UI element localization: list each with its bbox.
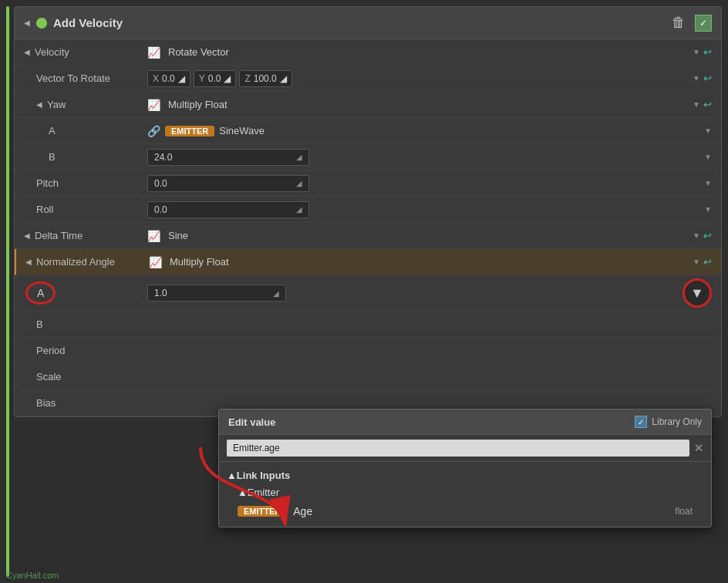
normalized-angle-label: ◀ Normalized Angle <box>25 256 149 268</box>
na-a-label: A <box>24 281 147 305</box>
pitch-input[interactable]: 0.0 ◢ <box>147 175 309 192</box>
normalized-angle-collapse[interactable]: ◀ <box>25 258 32 266</box>
yaw-row: ◀ Yaw 📈 Multiply Float ▼ ↩ <box>15 92 721 118</box>
yaw-label: ◀ Yaw <box>24 99 147 110</box>
delta-time-collapse[interactable]: ◀ <box>24 231 30 240</box>
z-input[interactable]: Z 100.0 ◢ <box>239 70 292 87</box>
pitch-value: 0.0 ◢ <box>147 175 704 192</box>
reset-yaw[interactable]: ↩ <box>703 99 712 110</box>
reset-delta[interactable]: ↩ <box>703 230 712 241</box>
library-only-label: Library Only <box>652 416 702 427</box>
delta-time-label: ◀ Delta Time <box>24 230 147 241</box>
active-indicator <box>36 18 47 29</box>
roll-input[interactable]: 0.0 ◢ <box>147 201 309 218</box>
yaw-b-input[interactable]: 24.0 ◢ <box>147 149 309 166</box>
yaw-a-row: A 🔗 EMITTER SineWave ▼ <box>15 118 721 144</box>
yaw-value: 📈 Multiply Float <box>147 99 693 111</box>
enabled-checkbox[interactable]: ✓ <box>695 15 712 32</box>
panel-title: Add Velocity <box>53 16 123 29</box>
velocity-row: ◀ Velocity 📈 Rotate Vector ▼ ↩ <box>15 39 721 66</box>
yaw-b-row: B 24.0 ◢ ▼ <box>15 144 721 170</box>
graph-icon-delta: 📈 <box>147 230 160 242</box>
bias-label: Bias <box>24 397 147 409</box>
popup-title: Edit value <box>228 416 275 428</box>
na-a-value: 1.0 ◢ <box>147 285 682 302</box>
roll-row: Roll 0.0 ◢ ▼ <box>15 197 721 223</box>
yaw-b-label: B <box>24 151 147 163</box>
library-only-section: ✓ Library Only <box>635 416 702 428</box>
scale-label: Scale <box>24 371 147 382</box>
na-b-label: B <box>24 318 147 330</box>
delta-time-row: ◀ Delta Time 📈 Sine ▼ ↩ <box>15 223 721 249</box>
scale-row: Scale <box>15 364 721 390</box>
panel-header: ◀ Add Velocity 🗑 ✓ <box>15 7 721 39</box>
normalized-angle-row: ◀ Normalized Angle 📈 Multiply Float ▼ ↩ <box>15 249 721 275</box>
graph-icon-na: 📈 <box>149 256 162 268</box>
velocity-value: 📈 Rotate Vector <box>147 46 693 59</box>
period-label: Period <box>24 345 147 356</box>
yaw-b-value: 24.0 ◢ <box>147 149 704 166</box>
reset-vector[interactable]: ↩ <box>703 72 712 84</box>
pitch-row: Pitch 0.0 ◢ ▼ <box>15 170 721 197</box>
graph-icon-yaw: 📈 <box>147 99 160 111</box>
roll-label: Roll <box>24 204 147 215</box>
yaw-a-label: A <box>24 125 147 136</box>
popup-header: Edit value ✓ Library Only <box>219 409 711 435</box>
collapse-icon[interactable]: ◀ <box>24 19 30 27</box>
vector-to-rotate-value: X 0.0 ◢ Y 0.0 ◢ Z 100.0 ◢ <box>147 70 693 87</box>
yaw-collapse[interactable]: ◀ <box>36 100 42 109</box>
watermark: CyanHall.com <box>6 571 59 580</box>
link-icon-a: 🔗 <box>147 125 160 137</box>
na-a-circled-dropdown[interactable]: ▼ <box>682 278 712 308</box>
vector-to-rotate-row: Vector To Rotate X 0.0 ◢ Y 0.0 ◢ Z 100.0… <box>15 66 721 92</box>
y-input[interactable]: Y 0.0 ◢ <box>194 70 237 87</box>
roll-value: 0.0 ◢ <box>147 201 704 218</box>
velocity-label: ◀ Velocity <box>24 46 147 58</box>
graph-icon-velocity: 📈 <box>147 46 160 59</box>
green-bar <box>6 6 9 577</box>
library-only-checkbox[interactable]: ✓ <box>635 416 647 428</box>
clear-search-button[interactable]: ✕ <box>694 442 703 454</box>
vector-to-rotate-label: Vector To Rotate <box>24 72 147 84</box>
float-type-label: float <box>675 506 693 517</box>
delta-time-value: 📈 Sine <box>147 230 693 242</box>
delete-button[interactable]: 🗑 <box>669 13 689 32</box>
velocity-collapse[interactable]: ◀ <box>24 48 30 56</box>
yaw-a-value: 🔗 EMITTER SineWave <box>147 125 704 137</box>
emitter-badge-a: EMITTER <box>165 126 214 136</box>
na-a-row: A 1.0 ◢ ▼ <box>15 275 721 312</box>
x-input[interactable]: X 0.0 ◢ <box>147 70 190 87</box>
red-arrow <box>177 440 316 540</box>
normalized-angle-value: 📈 Multiply Float <box>149 256 693 268</box>
period-row: Period <box>15 338 721 364</box>
na-a-input[interactable]: 1.0 ◢ <box>147 285 286 302</box>
reset-velocity[interactable]: ↩ <box>703 46 712 58</box>
na-b-row: B <box>15 312 721 338</box>
na-a-circled-label: A <box>25 281 56 305</box>
pitch-label: Pitch <box>24 177 147 189</box>
reset-na[interactable]: ↩ <box>703 256 712 268</box>
